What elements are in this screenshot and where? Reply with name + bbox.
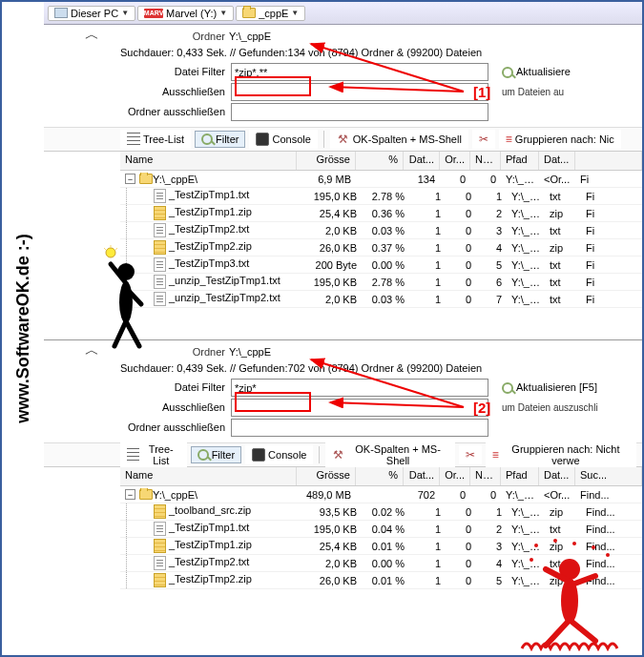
- col-dat[interactable]: Dat...: [404, 152, 440, 170]
- tools-button[interactable]: ✂: [459, 445, 482, 464]
- exclude-label: Ausschließen: [120, 84, 225, 100]
- col-ext[interactable]: Dat...: [539, 467, 575, 485]
- table-row[interactable]: _unzip_TestZipTmp1.txt195,0 KB2.78 %106Y…: [120, 274, 642, 291]
- filter-input[interactable]: [231, 379, 488, 397]
- col-or[interactable]: Or...: [440, 467, 470, 485]
- folder-exclude-input[interactable]: [231, 419, 488, 437]
- cell-pfad: Y:\_c...: [501, 173, 539, 186]
- col-pfad[interactable]: Pfad: [501, 467, 539, 485]
- col-name[interactable]: Name: [120, 152, 297, 170]
- txt-file-icon: [154, 275, 166, 289]
- cell-pfad: Y:\_c...: [507, 276, 545, 289]
- table-row[interactable]: _TestZipTmp2.zip26,0 KB0.01 %105Y:\_c...…: [120, 572, 642, 589]
- table-row[interactable]: _unzip_TestZipTmp2.txt2,0 KB0.03 %107Y:\…: [120, 291, 642, 308]
- console-button[interactable]: Console: [245, 445, 313, 464]
- folder-icon: [242, 8, 256, 18]
- col-last[interactable]: [575, 152, 642, 170]
- folder-path: Y:\_cppE: [229, 344, 271, 360]
- pc-icon: [54, 8, 68, 18]
- cell-last: Find...: [575, 488, 642, 502]
- filter-button[interactable]: Filter: [191, 446, 241, 463]
- tools-icon: ✂: [479, 133, 488, 146]
- tools-button[interactable]: ✂: [472, 130, 495, 149]
- cell-dat: 1: [409, 241, 446, 255]
- table-row[interactable]: − Y:\_cppE\6,9 MB13400Y:\_c...<Or...Fi: [120, 171, 642, 188]
- table-row[interactable]: _TestZipTmp1.txt195,0 KB0.04 %102Y:\_c..…: [120, 521, 642, 538]
- cell-last: Fi: [581, 207, 642, 220]
- folder-exclude-label: Ordner ausschließen: [120, 104, 225, 120]
- group-button[interactable]: ≡Gruppieren nach: Nicht verwe: [486, 441, 636, 469]
- table-row[interactable]: _TestZipTmp2.zip26,0 KB0.37 %104Y:\_c...…: [120, 239, 642, 257]
- collapse-toggle[interactable]: −: [125, 489, 135, 500]
- refresh-link[interactable]: Aktualisieren [F5]: [502, 380, 597, 396]
- cell-pct: 2.78 %: [362, 190, 409, 203]
- txt-file-icon: [154, 223, 166, 237]
- table-row[interactable]: _TestZipTmp1.txt195,0 KB2.78 %101Y:\_c..…: [120, 188, 642, 205]
- col-pfad[interactable]: Pfad: [501, 152, 539, 170]
- cell-or: 0: [446, 574, 476, 587]
- col-nu[interactable]: Nu...: [470, 152, 501, 170]
- tree-list-button[interactable]: Tree-List: [120, 441, 187, 469]
- hint-text: um Dateien auszuschli: [502, 400, 598, 416]
- col-name[interactable]: Name: [120, 467, 297, 485]
- cell-ext: txt: [545, 190, 581, 203]
- refresh-link[interactable]: Aktualisiere: [502, 64, 571, 80]
- cell-dat: 1: [409, 190, 446, 203]
- refresh-icon: [502, 382, 513, 394]
- table-row[interactable]: _toolband_src.zip93,5 KB0.02 %101Y:\_c..…: [120, 503, 642, 521]
- col-last[interactable]: Suc...: [575, 467, 642, 485]
- columns-button[interactable]: OK-Spalten + MS-Shell: [325, 441, 454, 469]
- table-row[interactable]: _TestZipTmp1.zip25,4 KB0.36 %102Y:\_c...…: [120, 205, 642, 222]
- cell-pct: 0.01 %: [362, 574, 409, 587]
- table-row[interactable]: _TestZipTmp1.zip25,4 KB0.01 %103Y:\_c...…: [120, 538, 642, 555]
- group-button[interactable]: ≡Gruppieren nach: Nic: [499, 130, 621, 149]
- exclude-input[interactable]: [231, 399, 488, 417]
- cell-nu: 4: [476, 557, 507, 570]
- table-row[interactable]: _TestZipTmp2.txt2,0 KB0.00 %104Y:\_c...t…: [120, 555, 642, 572]
- folder-exclude-input[interactable]: [231, 103, 488, 121]
- exclude-input[interactable]: [231, 83, 488, 101]
- cell-pct: 0.00 %: [362, 557, 409, 570]
- filter-button[interactable]: Filter: [195, 131, 245, 148]
- tree-list-button[interactable]: Tree-List: [120, 130, 191, 149]
- breadcrumb-drive[interactable]: MARV Marvel (Y:) ▼: [137, 6, 234, 21]
- cell-nu: 5: [476, 574, 507, 587]
- col-size[interactable]: Grösse: [297, 467, 356, 485]
- columns-button[interactable]: OK-Spalten + MS-Shell: [330, 130, 468, 149]
- filter-icon: [201, 133, 213, 145]
- col-pct[interactable]: %: [356, 467, 404, 485]
- tree-icon: [127, 448, 139, 462]
- group-icon: ≡: [492, 448, 499, 462]
- collapse-toggle[interactable]: −: [125, 174, 135, 184]
- cell-dat: 1: [409, 207, 446, 220]
- col-or[interactable]: Or...: [440, 152, 470, 170]
- col-dat[interactable]: Dat...: [404, 467, 440, 485]
- col-pct[interactable]: %: [356, 152, 404, 170]
- cell-size: 6,9 MB: [297, 173, 356, 186]
- cell-pct: 0.36 %: [362, 207, 409, 220]
- cell-pct: 0.03 %: [362, 224, 409, 237]
- col-ext[interactable]: Dat...: [539, 152, 575, 170]
- col-nu[interactable]: Nu...: [470, 467, 501, 485]
- breadcrumb-folder[interactable]: _cppE ▼: [236, 6, 305, 21]
- txt-file-icon: [154, 556, 166, 570]
- zip-file-icon: [154, 240, 166, 255]
- col-size[interactable]: Grösse: [297, 152, 356, 170]
- cell-pfad: Y:\_c...: [507, 190, 545, 203]
- cell-ext: zip: [545, 505, 581, 519]
- console-button[interactable]: Console: [249, 130, 317, 149]
- breadcrumb-pc[interactable]: Dieser PC ▼: [48, 6, 135, 21]
- filter-icon: [197, 449, 209, 461]
- table-row[interactable]: _TestZipTmp3.txt200 Byte0.00 %105Y:\_c..…: [120, 257, 642, 274]
- cell-or: 0: [446, 557, 476, 570]
- cell-nu: 2: [476, 523, 507, 536]
- folder-exclude-label: Ordner ausschließen: [120, 420, 225, 436]
- cell-pfad: Y:\_c...: [507, 241, 545, 255]
- table-row[interactable]: − Y:\_cppE\489,0 MB70200Y:\_c...<Or...Fi…: [120, 486, 642, 503]
- cell-nu: 3: [476, 540, 507, 553]
- chevron-down-icon: ▼: [291, 9, 299, 17]
- filter-input[interactable]: [231, 63, 488, 81]
- panel-1: ︿OrdnerY:\_cppESuchdauer: 0,433 Sek. // …: [44, 25, 642, 339]
- cell-or: 0: [446, 523, 476, 536]
- table-row[interactable]: _TestZipTmp2.txt2,0 KB0.03 %103Y:\_c...t…: [120, 222, 642, 239]
